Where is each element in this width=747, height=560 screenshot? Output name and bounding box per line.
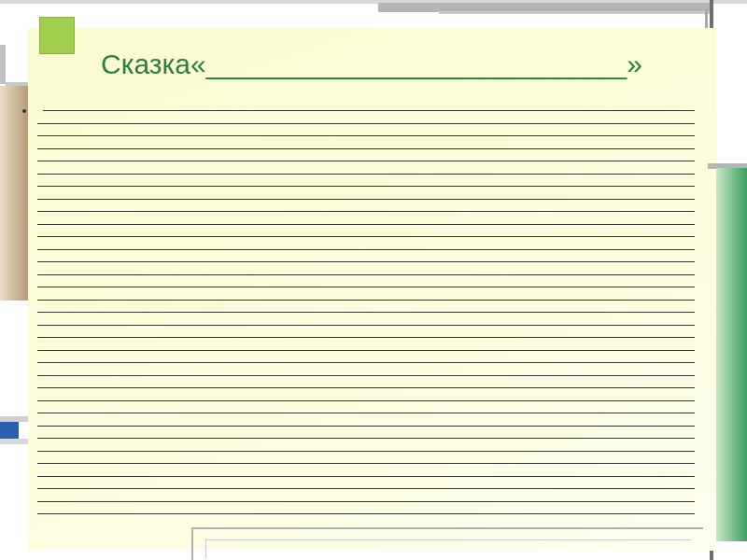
writing-line <box>37 148 695 149</box>
title-prefix: Сказка« <box>101 49 206 79</box>
writing-line <box>37 513 695 514</box>
title-decoration-square <box>39 17 75 54</box>
writing-line <box>37 438 695 439</box>
writing-line <box>43 110 695 111</box>
title-suffix: » <box>627 49 642 79</box>
top-border-line <box>439 11 710 14</box>
writing-line <box>37 224 695 225</box>
writing-line <box>37 413 695 413</box>
writing-line <box>37 426 695 427</box>
writing-line <box>37 135 695 136</box>
writing-line <box>37 451 695 452</box>
writing-line <box>37 325 695 326</box>
writing-line <box>37 274 695 275</box>
writing-line <box>37 400 695 401</box>
writing-line <box>37 174 695 175</box>
writing-line <box>37 186 695 187</box>
writing-line <box>37 211 695 212</box>
writing-line <box>37 337 695 338</box>
left-blue-panel <box>0 422 19 439</box>
writing-line <box>37 476 695 477</box>
writing-line <box>37 123 695 124</box>
right-green-panel <box>716 168 747 541</box>
writing-line <box>37 161 695 161</box>
writing-line <box>37 375 695 376</box>
slide-title: Сказка«___________________________» <box>101 49 642 80</box>
left-blue-bottom-accent <box>0 439 28 444</box>
writing-line <box>37 261 695 262</box>
writing-lines <box>37 110 695 526</box>
writing-line <box>37 387 695 388</box>
left-brown-panel <box>0 86 28 301</box>
writing-line <box>37 287 695 287</box>
title-blank: ___________________________ <box>206 49 627 79</box>
writing-line <box>37 312 695 313</box>
writing-line <box>37 463 695 464</box>
writing-line <box>37 249 695 250</box>
writing-line <box>37 350 695 351</box>
writing-line <box>37 236 695 237</box>
bullet-dot <box>22 109 26 113</box>
writing-line <box>37 362 695 363</box>
writing-line <box>37 501 695 502</box>
writing-line <box>37 300 695 301</box>
bottom-panel-inner <box>205 539 691 558</box>
left-accent-1 <box>0 45 6 84</box>
writing-line <box>37 199 695 200</box>
writing-line <box>37 488 695 489</box>
